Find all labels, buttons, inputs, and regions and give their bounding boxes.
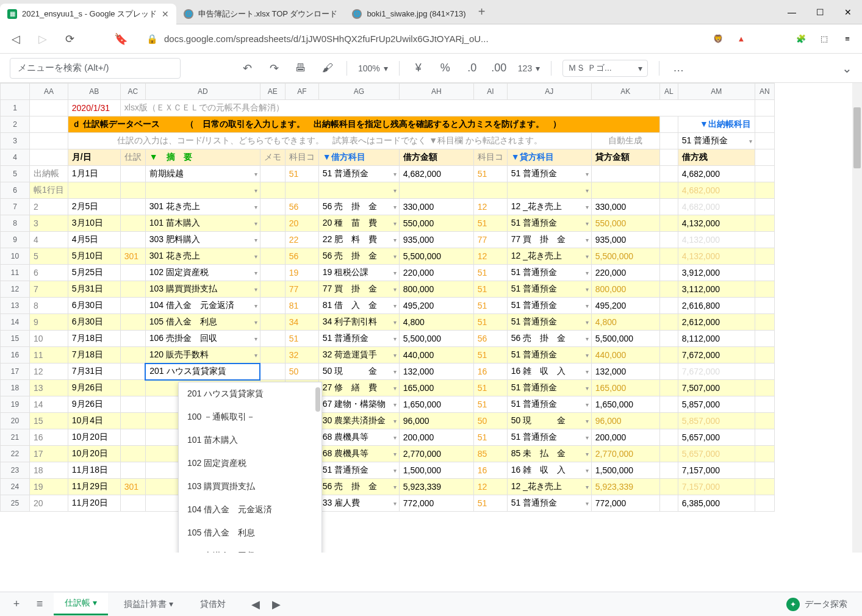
cell[interactable] <box>755 495 774 512</box>
credit-account-cell[interactable]: 51 普通預金 <box>507 347 591 364</box>
forward-button[interactable]: ▷ <box>34 30 51 48</box>
date-cell[interactable]: 4月5日 <box>68 232 120 248</box>
redo-button[interactable]: ↷ <box>266 60 282 76</box>
cell[interactable]: 17 <box>30 446 68 462</box>
cell[interactable] <box>659 199 678 215</box>
cell[interactable] <box>755 446 774 462</box>
debit-account-cell[interactable]: 22 肥 料 費 <box>318 232 399 248</box>
column-header[interactable]: AC <box>120 84 145 100</box>
debit-account-cell[interactable]: 67 建物・構築物 <box>318 396 399 413</box>
row-header[interactable]: 21 <box>1 429 30 446</box>
date-cell[interactable]: 1月1日 <box>68 166 120 182</box>
summary-cell[interactable]: 120 販売手数料 <box>145 347 260 364</box>
percent-button[interactable]: % <box>437 60 453 76</box>
print-button[interactable]: 🖶 <box>293 60 309 76</box>
header-cell[interactable]: ▼出納帳科目 <box>678 116 755 133</box>
col-header[interactable]: 借方金額 <box>399 149 473 166</box>
credit-amount-cell[interactable]: 5,923,339 <box>591 479 659 495</box>
cell[interactable] <box>260 248 285 265</box>
cell[interactable]: 14 <box>30 396 68 413</box>
vertical-scrollbar[interactable] <box>852 83 862 553</box>
cell[interactable]: 56 <box>473 331 507 347</box>
cell[interactable] <box>755 265 774 281</box>
cell[interactable] <box>659 446 678 462</box>
zoom-select[interactable]: 100% ▾ <box>358 63 388 73</box>
credit-amount-cell[interactable]: 800,000 <box>591 281 659 298</box>
summary-cell[interactable]: 102 固定資産税 <box>145 265 260 281</box>
cell[interactable] <box>260 215 285 232</box>
row-header[interactable]: 4 <box>1 149 30 166</box>
balance-cell[interactable]: 2,612,000 <box>678 314 755 331</box>
row-header[interactable]: 11 <box>1 265 30 281</box>
cell[interactable] <box>755 199 774 215</box>
cell[interactable]: 51 <box>473 215 507 232</box>
cell[interactable] <box>659 396 678 413</box>
credit-account-cell[interactable]: 16 雑 収 入 <box>507 364 591 380</box>
cell[interactable] <box>260 166 285 182</box>
cell[interactable]: 50 <box>285 364 318 380</box>
col-header[interactable]: ▼貸方科目 <box>507 149 591 166</box>
debit-amount-cell[interactable]: 5,923,339 <box>399 479 473 495</box>
row-header[interactable]: 18 <box>1 380 30 396</box>
cell[interactable]: 19 <box>285 265 318 281</box>
date-cell[interactable]: 5月31日 <box>68 281 120 298</box>
row-header[interactable]: 17 <box>1 364 30 380</box>
cell[interactable] <box>659 232 678 248</box>
credit-amount-cell[interactable]: 165,000 <box>591 380 659 396</box>
row-header[interactable]: 2 <box>1 116 30 133</box>
debit-amount-cell[interactable]: 4,682,000 <box>399 166 473 182</box>
cell[interactable]: 19 <box>30 479 68 495</box>
row-header[interactable]: 8 <box>1 215 30 232</box>
dec-decrease-button[interactable]: .0 <box>464 60 480 76</box>
bookmark-icon[interactable]: 🔖 <box>112 30 129 48</box>
row-header[interactable]: 13 <box>1 298 30 314</box>
cell[interactable]: 301 <box>120 479 145 495</box>
cell[interactable] <box>260 265 285 281</box>
credit-account-cell[interactable]: 77 買 掛 金 <box>507 232 591 248</box>
date-cell[interactable]: 5月25日 <box>68 265 120 281</box>
date-cell[interactable]: 11月18日 <box>68 462 120 479</box>
col-header[interactable]: 貸方金額 <box>591 149 659 166</box>
cell[interactable] <box>755 166 774 182</box>
cell[interactable]: 6 <box>30 265 68 281</box>
all-sheets-button[interactable]: ≡ <box>31 595 49 614</box>
debit-account-cell[interactable]: 32 荷造運賃手 <box>318 347 399 364</box>
credit-amount-cell[interactable] <box>591 182 659 199</box>
debit-amount-cell[interactable]: 220,000 <box>399 265 473 281</box>
triangle-icon[interactable]: ▲ <box>734 32 749 46</box>
dropdown-item[interactable]: 102 固定資産税 <box>179 452 321 475</box>
credit-amount-cell[interactable]: 132,000 <box>591 364 659 380</box>
summary-cell[interactable]: 105 借入金 利息 <box>145 314 260 331</box>
debit-amount-cell[interactable]: 96,000 <box>399 413 473 429</box>
balance-cell[interactable]: 7,672,000 <box>678 347 755 364</box>
row-header[interactable]: 12 <box>1 281 30 298</box>
cell[interactable]: 7 <box>30 281 68 298</box>
cell[interactable] <box>473 182 507 199</box>
date-cell[interactable]: 10月20日 <box>68 429 120 446</box>
cell[interactable]: 4 <box>30 232 68 248</box>
credit-amount-cell[interactable]: 440,000 <box>591 347 659 364</box>
credit-account-cell[interactable]: 51 普通預金 <box>507 265 591 281</box>
cell[interactable] <box>659 149 678 166</box>
debit-amount-cell[interactable]: 550,000 <box>399 215 473 232</box>
cell[interactable]: 50 <box>473 413 507 429</box>
cell[interactable] <box>659 116 678 133</box>
add-sheet-button[interactable]: + <box>7 595 26 614</box>
column-header[interactable]: AA <box>30 84 68 100</box>
url-bar[interactable]: 🔒 docs.google.com/spreadsheets/d/1jJW0SH… <box>139 29 701 49</box>
date-cell[interactable]: 3月10日 <box>68 215 120 232</box>
cell[interactable] <box>260 182 285 199</box>
balance-cell[interactable]: 3,912,000 <box>678 265 755 281</box>
cell[interactable] <box>659 380 678 396</box>
cell[interactable]: 18 <box>30 462 68 479</box>
debit-amount-cell[interactable]: 800,000 <box>399 281 473 298</box>
balance-cell[interactable]: 2,616,800 <box>678 298 755 314</box>
credit-account-cell[interactable]: 51 普通預金 <box>507 215 591 232</box>
debit-account-cell[interactable]: 56 売 掛 金 <box>318 248 399 265</box>
cell[interactable] <box>659 133 678 149</box>
cell[interactable] <box>659 347 678 364</box>
cell[interactable] <box>120 199 145 215</box>
brave-icon[interactable]: 🦁 <box>711 32 725 46</box>
column-header[interactable]: AG <box>318 84 399 100</box>
row-header[interactable]: 15 <box>1 331 30 347</box>
